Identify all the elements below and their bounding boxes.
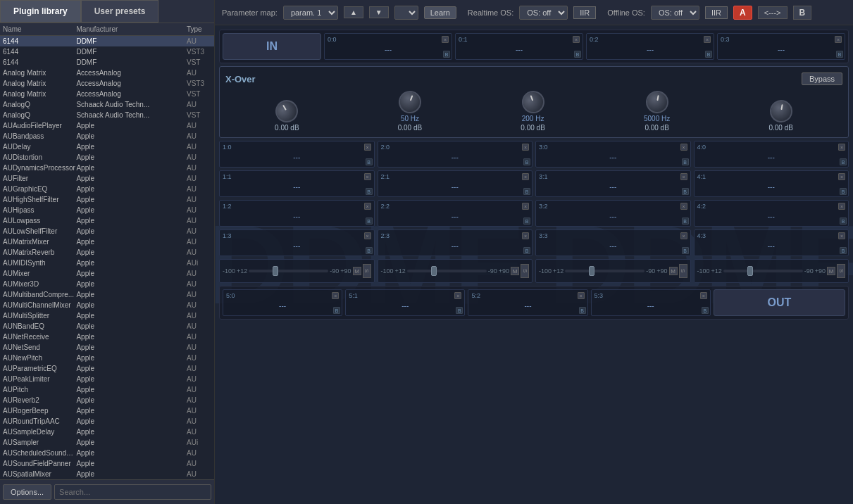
list-item[interactable]: AUMultiChannelMixerAppleAU: [0, 300, 214, 310]
offline-os-select[interactable]: OS: off: [651, 6, 699, 20]
fader-track[interactable]: [407, 270, 487, 272]
mute-button[interactable]: M: [353, 267, 361, 275]
cell-b-button[interactable]: B: [574, 51, 581, 58]
cell-b-button[interactable]: B: [456, 307, 463, 314]
search-input[interactable]: [54, 484, 211, 500]
list-item[interactable]: Analog MatrixAccessAnalogVST3: [0, 78, 214, 89]
fader-track[interactable]: [565, 270, 645, 272]
list-item[interactable]: AUMIDISynthAppleAUi: [0, 258, 214, 268]
cell-b-button[interactable]: B: [443, 51, 450, 58]
cell-b-button[interactable]: B: [702, 307, 709, 314]
list-item[interactable]: AUScheduledSoundPl...AppleAU: [0, 448, 214, 458]
list-item[interactable]: AUHipassAppleAU: [0, 205, 214, 215]
cell-close-button[interactable]: ×: [364, 173, 371, 180]
cell-b-button[interactable]: B: [523, 188, 530, 195]
fader-thumb[interactable]: [589, 266, 594, 276]
cell-close-button[interactable]: ×: [680, 144, 687, 151]
cell-close-button[interactable]: ×: [573, 36, 580, 43]
solo-button[interactable]: S: [679, 264, 687, 278]
fader-track[interactable]: [723, 270, 803, 272]
list-item[interactable]: AUGraphicEQAppleAU: [0, 184, 214, 194]
cell-b-button[interactable]: B: [840, 218, 847, 225]
offline-iir-button[interactable]: IIR: [705, 6, 728, 19]
cell-b-button[interactable]: B: [366, 188, 373, 195]
knob[interactable]: [768, 98, 794, 124]
list-item[interactable]: AUMixer3DAppleAU: [0, 279, 214, 289]
list-item[interactable]: AUNewPitchAppleAU: [0, 353, 214, 363]
ab-arrow-button[interactable]: <--->: [758, 6, 787, 19]
cell-close-button[interactable]: ×: [522, 173, 529, 180]
list-item[interactable]: 6144DDMFAU: [0, 36, 214, 46]
list-item[interactable]: AnalogQSchaack Audio Techn...AU: [0, 99, 214, 110]
cell-b-button[interactable]: B: [523, 218, 530, 225]
cell-close-button[interactable]: ×: [838, 203, 845, 210]
cell-b-button[interactable]: B: [705, 51, 712, 58]
cell-close-button[interactable]: ×: [522, 144, 529, 151]
cell-close-button[interactable]: ×: [700, 292, 707, 299]
cell-b-button[interactable]: B: [523, 247, 530, 254]
list-item[interactable]: AUSamplerAppleAUi: [0, 437, 214, 448]
list-item[interactable]: AUMatrixMixerAppleAU: [0, 237, 214, 247]
mute-button[interactable]: M: [511, 267, 519, 275]
cell-b-button[interactable]: B: [682, 158, 689, 165]
list-item[interactable]: AURoundTripAACAppleAU: [0, 416, 214, 427]
param-arrow-up[interactable]: ▲: [344, 6, 363, 18]
param-arrow-down[interactable]: ▼: [369, 6, 389, 18]
realtime-os-select[interactable]: OS: off: [519, 6, 568, 20]
cell-close-button[interactable]: ×: [838, 232, 845, 239]
solo-button[interactable]: S: [521, 264, 529, 278]
cell-close-button[interactable]: ×: [835, 36, 842, 43]
list-item[interactable]: AULowpassAppleAU: [0, 215, 214, 226]
list-item[interactable]: AUNetReceiveAppleAU: [0, 332, 214, 342]
fader-thumb[interactable]: [273, 266, 278, 276]
cell-b-button[interactable]: B: [366, 218, 373, 225]
list-item[interactable]: AULowShelfFilterAppleAU: [0, 226, 214, 237]
list-item[interactable]: AnalogQSchaack Audio Techn...VST: [0, 110, 214, 120]
param-extra-select[interactable]: [394, 6, 418, 20]
knob[interactable]: [518, 87, 547, 116]
cell-b-button[interactable]: B: [840, 158, 847, 165]
cell-close-button[interactable]: ×: [522, 232, 529, 239]
mute-button[interactable]: M: [827, 267, 835, 275]
list-item[interactable]: AUHighShelfFilterAppleAU: [0, 194, 214, 205]
cell-close-button[interactable]: ×: [680, 232, 687, 239]
cell-b-button[interactable]: B: [366, 247, 373, 254]
knob[interactable]: [271, 96, 302, 127]
list-item[interactable]: AUSampleDelayAppleAU: [0, 427, 214, 437]
list-item[interactable]: AUBandpassAppleAU: [0, 131, 214, 141]
cell-b-button[interactable]: B: [682, 247, 689, 254]
options-button[interactable]: Options...: [3, 484, 51, 500]
list-item[interactable]: AUNBandEQAppleAU: [0, 321, 214, 332]
cell-b-button[interactable]: B: [366, 158, 373, 165]
learn-button[interactable]: Learn: [424, 6, 456, 19]
list-item[interactable]: AUDelayAppleAU: [0, 141, 214, 152]
list-item[interactable]: AUSpatialMixerAppleAU: [0, 469, 214, 479]
knob[interactable]: [395, 87, 424, 116]
cell-close-button[interactable]: ×: [364, 144, 371, 151]
cell-close-button[interactable]: ×: [364, 203, 371, 210]
list-item[interactable]: AUSoundFieldPannerAppleAU: [0, 458, 214, 469]
list-item[interactable]: AUPeakLimiterAppleAU: [0, 374, 214, 384]
list-item[interactable]: AUFilterAppleAU: [0, 173, 214, 184]
bypass-button[interactable]: Bypass: [802, 73, 842, 85]
list-item[interactable]: AUDynamicsProcessorAppleAU: [0, 163, 214, 173]
cell-b-button[interactable]: B: [579, 307, 586, 314]
list-item[interactable]: AUReverb2AppleAU: [0, 395, 214, 405]
cell-close-button[interactable]: ×: [332, 292, 339, 299]
b-button[interactable]: B: [793, 6, 812, 20]
tab-plugin-library[interactable]: Plugin library: [0, 0, 81, 23]
list-item[interactable]: AUPitchAppleAU: [0, 384, 214, 395]
list-item[interactable]: AUNetSendAppleAU: [0, 342, 214, 353]
tab-user-presets[interactable]: User presets: [81, 0, 159, 23]
cell-close-button[interactable]: ×: [838, 173, 845, 180]
fader-thumb[interactable]: [431, 266, 437, 276]
cell-b-button[interactable]: B: [840, 247, 847, 254]
list-item[interactable]: Analog MatrixAccessAnalogVST: [0, 89, 214, 99]
cell-b-button[interactable]: B: [682, 188, 689, 195]
cell-b-button[interactable]: B: [840, 188, 847, 195]
cell-close-button[interactable]: ×: [704, 36, 711, 43]
list-item[interactable]: AUMultibandCompre...AppleAU: [0, 289, 214, 300]
list-item[interactable]: AUAudioFilePlayerAppleAU: [0, 120, 214, 131]
list-item[interactable]: AUDistortionAppleAU: [0, 152, 214, 163]
cell-close-button[interactable]: ×: [454, 292, 461, 299]
